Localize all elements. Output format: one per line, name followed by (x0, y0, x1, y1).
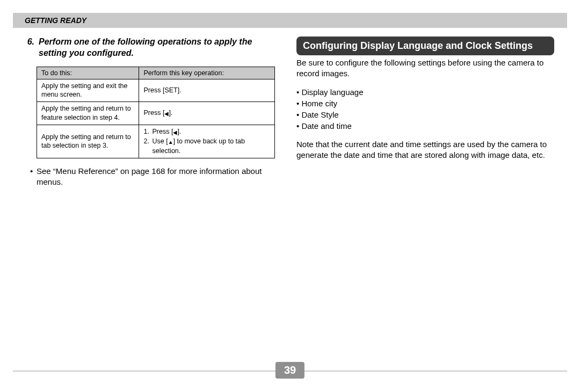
page-number-badge: 39 (276, 362, 305, 379)
up-arrow-icon (168, 137, 173, 147)
section-header-label: Getting Ready (25, 16, 86, 25)
list-item: Date Style (296, 109, 554, 120)
settings-list: Display language Home city Date Style Da… (296, 86, 554, 132)
table-header-op: Perform this key operation: (139, 67, 275, 79)
list-item: Date and time (296, 120, 554, 132)
intro-text: Be sure to configure the following setti… (296, 57, 554, 79)
step-6: 6. Perform one of the following operatio… (23, 37, 275, 59)
table-header-todo: To do this: (37, 67, 139, 79)
page-footer: 39 (13, 362, 567, 379)
list-item: Display language (296, 86, 554, 98)
table-row: Apply the setting and return to tab sele… (37, 125, 275, 158)
content-columns: 6. Perform one of the following operatio… (0, 28, 580, 187)
cell-todo: Apply the setting and return to tab sele… (37, 125, 139, 158)
step-instruction: Perform one of the following operations … (39, 37, 275, 59)
cell-todo: Apply the setting and return to feature … (37, 102, 139, 125)
left-column: 6. Perform one of the following operatio… (23, 37, 286, 187)
right-column: Configuring Display Language and Clock S… (286, 37, 554, 187)
cell-op: Press []. (139, 102, 275, 125)
section-header: Getting Ready (13, 13, 567, 28)
date-note: Note that the current date and time sett… (296, 139, 554, 161)
cell-todo: Apply the setting and exit the menu scre… (37, 79, 139, 102)
cell-op: Press [SET]. (139, 79, 275, 102)
table-row: Apply the setting and return to feature … (37, 102, 275, 125)
cell-op: Press []. Use [] to move back up to tab … (139, 125, 275, 158)
section-banner: Configuring Display Language and Clock S… (296, 37, 554, 55)
table-row: Apply the setting and exit the menu scre… (37, 79, 275, 102)
operations-table: To do this: Perform this key operation: … (37, 67, 275, 158)
step-number: 6. (23, 37, 39, 59)
menu-reference-note: • See “Menu Reference” on page 168 for m… (30, 166, 275, 188)
list-item: Home city (296, 98, 554, 109)
